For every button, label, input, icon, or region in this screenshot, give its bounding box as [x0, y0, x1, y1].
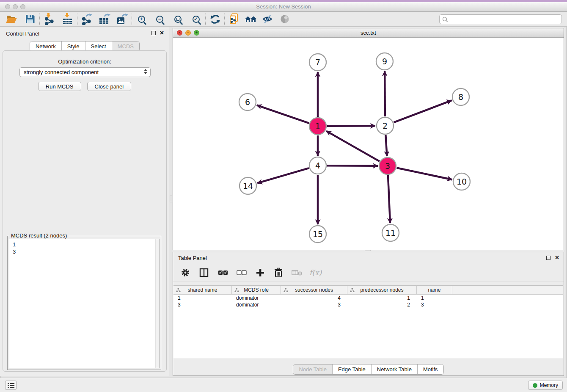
table-row[interactable]: 3dominator323 — [173, 301, 563, 308]
run-mcds-button[interactable]: Run MCDS — [38, 82, 81, 91]
graph-node-7[interactable]: 7 — [309, 54, 326, 71]
table-cell[interactable]: 2 — [347, 301, 417, 308]
node-label: 14 — [243, 181, 253, 190]
open-session-button[interactable] — [5, 13, 18, 25]
edge-2-9[interactable] — [385, 71, 385, 116]
save-session-button[interactable] — [24, 13, 36, 25]
table-cell[interactable]: 3 — [417, 301, 452, 308]
tab-mcds[interactable]: MCDS — [112, 41, 139, 51]
open-folder-icon — [6, 14, 17, 24]
close-panel-button[interactable]: Close panel — [87, 82, 132, 91]
table-cell[interactable]: dominator — [232, 301, 281, 308]
zoom-selected-button[interactable]: ✓ — [190, 13, 202, 25]
tab-select[interactable]: Select — [85, 41, 112, 51]
graph-node-3[interactable]: 3 — [379, 157, 396, 174]
panel-divider-handle[interactable] — [170, 196, 172, 202]
float-panel-icon[interactable] — [151, 31, 156, 35]
export-network-button[interactable] — [80, 13, 93, 25]
edge-3-1[interactable] — [326, 131, 380, 161]
function-builder-icon: f(x) — [309, 268, 322, 277]
table-cell[interactable]: dominator — [232, 295, 281, 301]
graph-node-4[interactable]: 4 — [309, 157, 326, 174]
float-panel-icon[interactable] — [546, 256, 550, 260]
column-header-name[interactable]: name — [417, 286, 452, 294]
edge-3-11[interactable] — [388, 175, 390, 223]
graph-node-10[interactable]: 10 — [453, 173, 470, 190]
column-header-successor-nodes[interactable]: successor nodes — [281, 286, 347, 294]
export-table-icon — [99, 13, 110, 25]
zoom-out-button[interactable]: − — [153, 13, 166, 25]
edge-2-3[interactable] — [385, 135, 387, 156]
table-cell[interactable]: 1 — [347, 295, 417, 301]
scrollbar[interactable] — [155, 239, 159, 368]
table-body: 1dominator4113dominator323 — [173, 295, 563, 308]
tab-network-table[interactable]: Network Table — [371, 364, 417, 374]
show-all-button[interactable] — [278, 13, 291, 25]
table-cell[interactable]: 1 — [417, 295, 452, 301]
edge-4-14[interactable] — [257, 168, 309, 183]
table-cell[interactable]: 3 — [281, 301, 347, 308]
delete-column-button[interactable] — [274, 268, 283, 278]
show-columns-button[interactable] — [199, 268, 209, 277]
network-canvas[interactable]: 7968124314101511 — [173, 38, 564, 250]
clone-network-button[interactable] — [228, 13, 240, 25]
table-row[interactable]: 1dominator411 — [173, 295, 563, 301]
tab-network[interactable]: Network — [30, 41, 61, 51]
network-graph: 7968124314101511 — [173, 38, 564, 250]
table-cell[interactable]: 3 — [173, 301, 232, 308]
list-icon — [7, 382, 15, 389]
tab-motifs[interactable]: Motifs — [417, 364, 443, 374]
graph-node-1[interactable]: 1 — [309, 118, 326, 135]
close-panel-icon[interactable]: ✕ — [160, 31, 164, 35]
edge-4-3[interactable] — [327, 166, 378, 166]
first-neighbors-button[interactable] — [245, 13, 257, 25]
edge-2-8[interactable] — [394, 100, 452, 122]
graph-node-14[interactable]: 14 — [239, 177, 256, 194]
table-settings-button[interactable] — [181, 268, 190, 277]
tab-edge-table[interactable]: Edge Table — [332, 364, 371, 374]
export-table-button[interactable] — [98, 13, 111, 25]
tab-style[interactable]: Style — [61, 41, 85, 51]
zoom-fit-icon — [174, 16, 182, 23]
function-builder-button[interactable]: f(x) — [309, 268, 322, 277]
column-header-predecessor-nodes[interactable]: predecessor nodes — [347, 286, 417, 294]
search-input[interactable] — [439, 14, 562, 24]
toolbar-separator — [205, 14, 206, 25]
import-network-button[interactable] — [43, 13, 55, 25]
table-panel-title: Table Panel — [178, 255, 207, 261]
graph-node-8[interactable]: 8 — [452, 88, 469, 105]
memory-status-icon — [533, 383, 537, 388]
close-panel-icon[interactable]: ✕ — [555, 256, 559, 260]
delete-table-button[interactable] — [292, 269, 303, 276]
table-cell[interactable]: 1 — [173, 295, 232, 301]
import-table-button[interactable] — [61, 13, 74, 25]
export-image-button[interactable] — [116, 13, 129, 25]
hide-selected-button[interactable] — [261, 13, 274, 25]
tab-node-table[interactable]: Node Table — [293, 364, 332, 374]
column-header-MCDS-role[interactable]: MCDS role — [232, 286, 281, 294]
optimization-criterion-select[interactable]: strongly connected component — [19, 67, 151, 77]
select-all-button[interactable] — [218, 270, 228, 275]
edge-1-6[interactable] — [257, 105, 309, 123]
graph-node-2[interactable]: 2 — [377, 117, 394, 134]
edge-3-10[interactable] — [397, 168, 452, 180]
graph-node-11[interactable]: 11 — [382, 224, 399, 241]
zoom-fit-button[interactable] — [171, 13, 184, 25]
table-cell[interactable]: 4 — [281, 295, 347, 301]
graph-node-6[interactable]: 6 — [239, 94, 256, 110]
column-header-shared-name[interactable]: shared name — [173, 286, 232, 294]
graph-node-9[interactable]: 9 — [376, 53, 393, 70]
memory-button[interactable]: Memory — [528, 381, 563, 390]
task-history-button[interactable] — [5, 381, 17, 390]
graph-node-15[interactable]: 15 — [309, 226, 326, 243]
refresh-view-button[interactable] — [209, 13, 221, 25]
node-label: 2 — [383, 121, 388, 130]
edge-1-2[interactable] — [327, 126, 375, 126]
mcds-result-text[interactable]: 13 — [9, 239, 160, 368]
zoom-in-icon: + — [138, 16, 145, 23]
network-window-titlebar[interactable]: × − + scc.txt — [173, 28, 564, 38]
deselect-all-button[interactable] — [237, 270, 247, 275]
create-column-button[interactable] — [256, 268, 264, 277]
zoom-in-button[interactable]: + — [135, 13, 148, 25]
network-view-window: × − + scc.txt 7968124314101511 — [173, 28, 564, 250]
